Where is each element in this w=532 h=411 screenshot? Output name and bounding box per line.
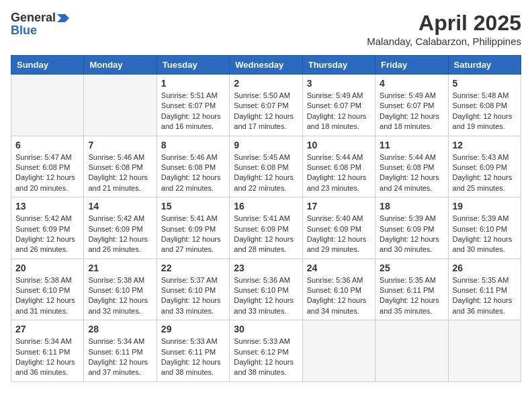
- calendar-cell: 14Sunrise: 5:42 AMSunset: 6:09 PMDayligh…: [84, 197, 157, 259]
- day-number: 10: [307, 140, 371, 150]
- day-number: 30: [234, 324, 298, 334]
- day-info: Sunrise: 5:45 AMSunset: 6:08 PMDaylight:…: [234, 152, 298, 194]
- calendar-cell: 10Sunrise: 5:44 AMSunset: 6:08 PMDayligh…: [302, 136, 375, 197]
- calendar-cell: 13Sunrise: 5:42 AMSunset: 6:09 PMDayligh…: [11, 197, 84, 259]
- day-info: Sunrise: 5:33 AMSunset: 6:11 PMDaylight:…: [161, 336, 225, 378]
- calendar-cell: 28Sunrise: 5:34 AMSunset: 6:11 PMDayligh…: [84, 320, 157, 382]
- calendar-cell: 3Sunrise: 5:49 AMSunset: 6:07 PMDaylight…: [302, 75, 375, 136]
- day-info: Sunrise: 5:46 AMSunset: 6:08 PMDaylight:…: [88, 152, 152, 194]
- day-number: 7: [88, 140, 152, 150]
- day-number: 24: [307, 263, 371, 273]
- day-header-thursday: Thursday: [302, 56, 375, 75]
- calendar-cell: 21Sunrise: 5:38 AMSunset: 6:10 PMDayligh…: [84, 259, 157, 320]
- day-number: 18: [380, 201, 443, 212]
- day-info: Sunrise: 5:36 AMSunset: 6:10 PMDaylight:…: [307, 275, 371, 317]
- day-info: Sunrise: 5:50 AMSunset: 6:07 PMDaylight:…: [234, 91, 298, 132]
- day-info: Sunrise: 5:39 AMSunset: 6:09 PMDaylight:…: [380, 214, 443, 255]
- calendar-cell: [84, 75, 157, 136]
- calendar-cell: 22Sunrise: 5:37 AMSunset: 6:10 PMDayligh…: [157, 259, 229, 320]
- calendar-cell: 18Sunrise: 5:39 AMSunset: 6:09 PMDayligh…: [375, 197, 448, 259]
- calendar-cell: 2Sunrise: 5:50 AMSunset: 6:07 PMDaylight…: [230, 75, 302, 136]
- calendar-cell: 23Sunrise: 5:36 AMSunset: 6:10 PMDayligh…: [230, 259, 302, 320]
- day-info: Sunrise: 5:46 AMSunset: 6:08 PMDaylight:…: [161, 152, 225, 194]
- calendar-cell: [448, 320, 521, 382]
- logo-blue-text: Blue: [11, 24, 37, 38]
- day-info: Sunrise: 5:41 AMSunset: 6:09 PMDaylight:…: [161, 214, 225, 255]
- calendar-cell: 30Sunrise: 5:33 AMSunset: 6:12 PMDayligh…: [230, 320, 302, 382]
- day-header-friday: Friday: [375, 56, 448, 75]
- day-info: Sunrise: 5:33 AMSunset: 6:12 PMDaylight:…: [234, 336, 298, 378]
- day-number: 8: [161, 140, 225, 150]
- calendar-cell: 17Sunrise: 5:40 AMSunset: 6:09 PMDayligh…: [302, 197, 375, 259]
- calendar-cell: 1Sunrise: 5:51 AMSunset: 6:07 PMDaylight…: [157, 75, 229, 136]
- day-info: Sunrise: 5:49 AMSunset: 6:07 PMDaylight:…: [307, 91, 371, 132]
- calendar-cell: 24Sunrise: 5:36 AMSunset: 6:10 PMDayligh…: [302, 259, 375, 320]
- logo-general-text: General: [11, 11, 56, 25]
- calendar-cell: 4Sunrise: 5:49 AMSunset: 6:07 PMDaylight…: [375, 75, 448, 136]
- calendar-cell: [11, 75, 84, 136]
- day-number: 9: [234, 140, 298, 150]
- day-number: 16: [234, 201, 298, 212]
- day-number: 5: [453, 78, 517, 89]
- calendar-week-row: 20Sunrise: 5:38 AMSunset: 6:10 PMDayligh…: [11, 259, 521, 320]
- day-info: Sunrise: 5:48 AMSunset: 6:08 PMDaylight:…: [453, 91, 517, 132]
- day-info: Sunrise: 5:51 AMSunset: 6:07 PMDaylight:…: [161, 91, 225, 132]
- day-number: 12: [453, 140, 517, 150]
- calendar-cell: 27Sunrise: 5:34 AMSunset: 6:11 PMDayligh…: [11, 320, 84, 382]
- day-info: Sunrise: 5:34 AMSunset: 6:11 PMDaylight:…: [15, 336, 79, 378]
- day-number: 6: [15, 140, 79, 150]
- day-number: 13: [15, 201, 79, 212]
- day-number: 23: [234, 263, 298, 273]
- day-header-saturday: Saturday: [448, 56, 521, 75]
- calendar-cell: 29Sunrise: 5:33 AMSunset: 6:11 PMDayligh…: [157, 320, 229, 382]
- day-number: 28: [88, 324, 152, 334]
- day-info: Sunrise: 5:34 AMSunset: 6:11 PMDaylight:…: [88, 336, 152, 378]
- day-header-tuesday: Tuesday: [157, 56, 229, 75]
- calendar-cell: 11Sunrise: 5:44 AMSunset: 6:08 PMDayligh…: [375, 136, 448, 197]
- day-number: 29: [161, 324, 225, 334]
- calendar-week-row: 27Sunrise: 5:34 AMSunset: 6:11 PMDayligh…: [11, 320, 521, 382]
- day-number: 20: [15, 263, 79, 273]
- day-number: 15: [161, 201, 225, 212]
- day-number: 2: [234, 78, 298, 89]
- calendar-cell: 12Sunrise: 5:43 AMSunset: 6:09 PMDayligh…: [448, 136, 521, 197]
- day-info: Sunrise: 5:39 AMSunset: 6:10 PMDaylight:…: [453, 214, 517, 255]
- page-header: General Blue April 2025 Malanday, Calaba…: [11, 11, 521, 47]
- logo: General Blue: [11, 11, 69, 38]
- day-info: Sunrise: 5:43 AMSunset: 6:09 PMDaylight:…: [453, 152, 517, 194]
- calendar-cell: 25Sunrise: 5:35 AMSunset: 6:11 PMDayligh…: [375, 259, 448, 320]
- day-header-sunday: Sunday: [11, 56, 84, 75]
- calendar-table: SundayMondayTuesdayWednesdayThursdayFrid…: [11, 55, 521, 382]
- day-number: 21: [88, 263, 152, 273]
- day-number: 14: [88, 201, 152, 212]
- calendar-location: Malanday, Calabarzon, Philippines: [367, 36, 521, 47]
- day-number: 3: [307, 78, 371, 89]
- day-info: Sunrise: 5:37 AMSunset: 6:10 PMDaylight:…: [161, 275, 225, 317]
- day-header-wednesday: Wednesday: [230, 56, 302, 75]
- calendar-cell: 7Sunrise: 5:46 AMSunset: 6:08 PMDaylight…: [84, 136, 157, 197]
- day-number: 19: [453, 201, 517, 212]
- svg-marker-0: [57, 14, 69, 22]
- calendar-cell: 15Sunrise: 5:41 AMSunset: 6:09 PMDayligh…: [157, 197, 229, 259]
- day-info: Sunrise: 5:42 AMSunset: 6:09 PMDaylight:…: [88, 214, 152, 255]
- calendar-cell: [375, 320, 448, 382]
- calendar-cell: 19Sunrise: 5:39 AMSunset: 6:10 PMDayligh…: [448, 197, 521, 259]
- calendar-cell: 8Sunrise: 5:46 AMSunset: 6:08 PMDaylight…: [157, 136, 229, 197]
- day-info: Sunrise: 5:36 AMSunset: 6:10 PMDaylight:…: [234, 275, 298, 317]
- day-info: Sunrise: 5:42 AMSunset: 6:09 PMDaylight:…: [15, 214, 79, 255]
- day-info: Sunrise: 5:35 AMSunset: 6:11 PMDaylight:…: [380, 275, 443, 317]
- calendar-cell: [302, 320, 375, 382]
- calendar-cell: 5Sunrise: 5:48 AMSunset: 6:08 PMDaylight…: [448, 75, 521, 136]
- day-info: Sunrise: 5:41 AMSunset: 6:09 PMDaylight:…: [234, 214, 298, 255]
- day-info: Sunrise: 5:35 AMSunset: 6:11 PMDaylight:…: [453, 275, 517, 317]
- day-number: 4: [380, 78, 443, 89]
- day-number: 26: [453, 263, 517, 273]
- calendar-title: April 2025: [367, 11, 521, 36]
- calendar-week-row: 6Sunrise: 5:47 AMSunset: 6:08 PMDaylight…: [11, 136, 521, 197]
- day-info: Sunrise: 5:44 AMSunset: 6:08 PMDaylight:…: [380, 152, 443, 194]
- calendar-week-row: 13Sunrise: 5:42 AMSunset: 6:09 PMDayligh…: [11, 197, 521, 259]
- calendar-cell: 6Sunrise: 5:47 AMSunset: 6:08 PMDaylight…: [11, 136, 84, 197]
- calendar-week-row: 1Sunrise: 5:51 AMSunset: 6:07 PMDaylight…: [11, 75, 521, 136]
- day-number: 1: [161, 78, 225, 89]
- day-number: 22: [161, 263, 225, 273]
